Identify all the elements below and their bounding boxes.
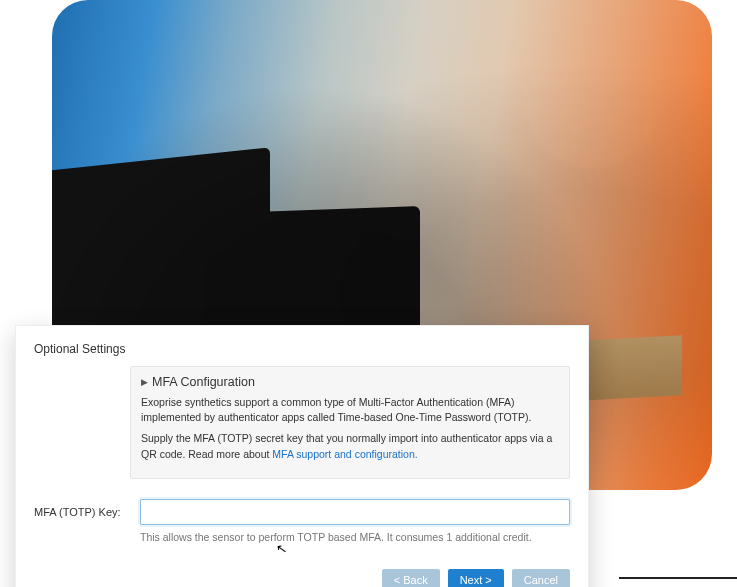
mfa-key-label: MFA (TOTP) Key: bbox=[34, 506, 130, 518]
mfa-docs-link[interactable]: MFA support and configuration. bbox=[272, 448, 417, 460]
panel-header[interactable]: ▶ MFA Configuration bbox=[141, 375, 559, 389]
cursor-icon: ↖ bbox=[275, 540, 288, 557]
panel-description-1: Exoprise synthetics support a common typ… bbox=[141, 395, 559, 425]
dialog-title: Optional Settings bbox=[34, 342, 570, 356]
next-button[interactable]: Next > bbox=[448, 569, 504, 587]
decorative-line bbox=[619, 577, 737, 579]
mfa-config-panel: ▶ MFA Configuration Exoprise synthetics … bbox=[130, 366, 570, 479]
mfa-key-row: MFA (TOTP) Key: bbox=[34, 499, 570, 525]
settings-dialog: Optional Settings ▶ MFA Configuration Ex… bbox=[15, 325, 589, 587]
panel-heading: MFA Configuration bbox=[152, 375, 255, 389]
mfa-key-hint: This allows the sensor to perform TOTP b… bbox=[140, 531, 570, 543]
caret-right-icon: ▶ bbox=[141, 377, 148, 387]
back-button[interactable]: < Back bbox=[382, 569, 440, 587]
dialog-button-row: < Back Next > Cancel bbox=[34, 569, 570, 587]
mfa-key-input[interactable] bbox=[140, 499, 570, 525]
cancel-button[interactable]: Cancel bbox=[512, 569, 570, 587]
panel-description-2: Supply the MFA (TOTP) secret key that yo… bbox=[141, 431, 559, 461]
